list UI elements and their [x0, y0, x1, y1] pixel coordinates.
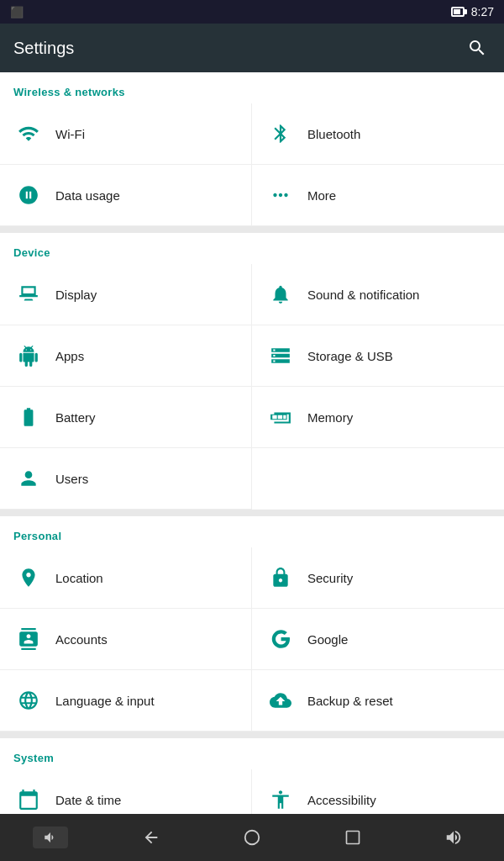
sound-label: Sound & notification — [307, 288, 419, 302]
nav-speaker-left[interactable] — [25, 821, 76, 854]
memory-icon — [265, 402, 296, 432]
apps-label: Apps — [55, 349, 84, 363]
accessibility-label: Accessibility — [307, 793, 376, 807]
section-wireless: Wireless & networks Wi-Fi Bluetooth — [0, 72, 504, 233]
setting-memory[interactable]: Memory — [252, 387, 504, 448]
memory-label: Memory — [307, 410, 353, 425]
setting-google[interactable]: Google — [252, 609, 504, 670]
sound-icon — [265, 279, 296, 309]
wifi-icon — [13, 119, 44, 149]
nav-recents[interactable] — [328, 821, 378, 854]
google-label: Google — [307, 632, 348, 647]
screen-icon: ⬛ — [10, 6, 24, 18]
more-icon — [265, 180, 296, 210]
nav-speaker-right[interactable] — [428, 821, 479, 854]
backup-icon — [265, 685, 296, 716]
accounts-icon — [13, 624, 44, 654]
display-icon — [13, 279, 44, 309]
battery-icon — [451, 7, 465, 17]
users-placeholder — [252, 448, 504, 510]
setting-wifi[interactable]: Wi-Fi — [0, 103, 252, 165]
location-label: Location — [55, 571, 103, 585]
battery-setting-icon — [13, 402, 44, 432]
search-button[interactable] — [464, 34, 491, 61]
date-label: Date & time — [55, 793, 121, 807]
setting-storage[interactable]: Storage & USB — [252, 325, 504, 387]
status-time: 8:27 — [471, 5, 494, 18]
status-bar: ⬛ 8:27 — [0, 0, 504, 24]
wifi-label: Wi-Fi — [55, 127, 85, 141]
date-icon — [13, 784, 44, 815]
svg-rect-1 — [347, 832, 360, 844]
setting-backup[interactable]: Backup & reset — [252, 670, 504, 732]
apps-icon — [13, 341, 44, 371]
accessibility-icon — [265, 784, 296, 815]
users-label: Users — [55, 472, 88, 486]
section-device: Device Display Sound & notification — [0, 233, 504, 516]
data-usage-label: Data usage — [55, 188, 120, 203]
nav-back[interactable] — [126, 821, 176, 854]
setting-users[interactable]: Users — [0, 448, 252, 510]
device-grid: Display Sound & notification Apps — [0, 264, 504, 510]
security-icon — [265, 563, 296, 593]
section-header-personal: Personal — [0, 516, 504, 547]
data-usage-icon — [13, 180, 44, 210]
storage-icon — [265, 341, 296, 371]
location-icon — [13, 563, 44, 593]
bluetooth-label: Bluetooth — [307, 127, 360, 141]
nav-home[interactable] — [227, 821, 277, 854]
setting-apps[interactable]: Apps — [0, 325, 252, 387]
svg-point-0 — [245, 831, 260, 845]
section-header-system: System — [0, 738, 504, 769]
setting-data-usage[interactable]: Data usage — [0, 165, 252, 226]
setting-battery[interactable]: Battery — [0, 387, 252, 448]
battery-label: Battery — [55, 410, 96, 425]
google-icon — [265, 624, 296, 654]
setting-bluetooth[interactable]: Bluetooth — [252, 103, 504, 165]
language-label: Language & input — [55, 694, 155, 708]
bluetooth-icon — [265, 119, 296, 149]
section-header-wireless: Wireless & networks — [0, 72, 504, 103]
language-icon — [13, 685, 44, 716]
backup-label: Backup & reset — [307, 694, 393, 708]
page-title: Settings — [13, 39, 74, 58]
section-header-device: Device — [0, 233, 504, 264]
users-icon — [13, 463, 44, 494]
setting-language[interactable]: Language & input — [0, 670, 252, 732]
setting-location[interactable]: Location — [0, 547, 252, 609]
setting-sound[interactable]: Sound & notification — [252, 264, 504, 325]
setting-security[interactable]: Security — [252, 547, 504, 609]
setting-accounts[interactable]: Accounts — [0, 609, 252, 670]
more-label: More — [307, 188, 336, 203]
accounts-label: Accounts — [55, 632, 108, 647]
setting-display[interactable]: Display — [0, 264, 252, 325]
bottom-navigation — [0, 814, 504, 861]
storage-label: Storage & USB — [307, 349, 393, 363]
section-personal: Personal Location Security A — [0, 516, 504, 738]
settings-content: Wireless & networks Wi-Fi Bluetooth — [0, 72, 504, 831]
display-label: Display — [55, 288, 97, 302]
security-label: Security — [307, 571, 353, 585]
setting-more[interactable]: More — [252, 165, 504, 226]
personal-grid: Location Security Accounts — [0, 547, 504, 732]
app-bar: Settings — [0, 24, 504, 72]
wireless-grid: Wi-Fi Bluetooth Data usage — [0, 103, 504, 226]
